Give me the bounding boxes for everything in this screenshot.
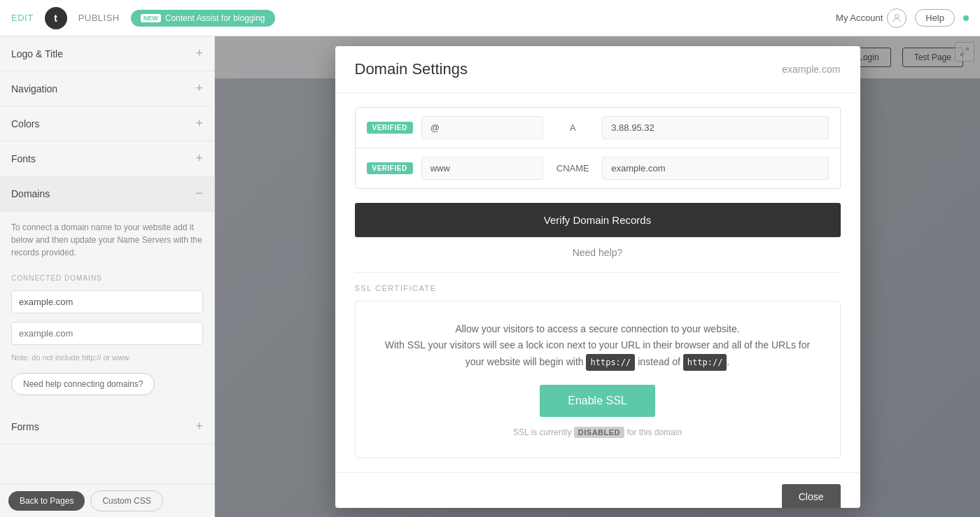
close-button[interactable]: Close [782,484,841,507]
sidebar-item-fonts[interactable]: Fonts + [0,141,214,176]
minus-icon: − [195,186,203,201]
custom-css-button[interactable]: Custom CSS [90,490,162,511]
https-badge: https:// [586,354,635,371]
sidebar-item-label: Fonts [11,153,36,164]
domain-settings-modal: Domain Settings example.com VERIFIED @ A… [335,46,860,508]
svg-point-0 [895,14,899,17]
modal-domain: example.com [782,64,840,75]
plus-icon: + [195,151,203,166]
dns-value-2: example.com [602,157,828,180]
topbar-right: My Account Help [836,8,969,28]
dns-type-1: A [552,122,594,133]
need-help-link[interactable]: Need help? [355,247,841,258]
ssl-description: Allow your visitors to access a secure c… [355,301,841,459]
modal-header: Domain Settings example.com [335,46,860,93]
ssl-status: SSL is currently DISABLED for this domai… [384,427,812,438]
sidebar-item-label: Domains [11,188,50,199]
sidebar-item-label: Navigation [11,83,57,94]
plus-icon: + [195,116,203,131]
http-badge: http:// [683,354,727,371]
sidebar-item-label: Forms [11,421,39,432]
help-connect-button[interactable]: Need help connecting domains? [11,373,155,395]
main-content: ct Contact Client Login Test Page nt. Do… [215,36,980,517]
modal-body: VERIFIED @ A 3.88.95.32 VERIFIED www CNA… [335,93,860,473]
enable-ssl-button[interactable]: Enable SSL [540,385,655,417]
modal-footer: Close [335,472,860,507]
modal-overlay: Domain Settings example.com VERIFIED @ A… [215,36,980,517]
verified-badge-1: VERIFIED [367,122,413,134]
modal-title: Domain Settings [355,60,468,78]
dns-row: VERIFIED www CNAME example.com [356,148,840,188]
my-account-button[interactable]: My Account [836,8,906,28]
connected-domains-label: CONNECTED DOMAINS [0,269,214,288]
content-assist-label: Content Assist for blogging [165,13,265,23]
dns-row: VERIFIED @ A 3.88.95.32 [356,108,840,148]
new-tag: NEW [141,14,161,22]
topbar: EDIT t PUBLISH NEW Content Assist for bl… [0,0,980,36]
ssl-text: Allow your visitors to access a secure c… [384,321,812,371]
dns-value-1: 3.88.95.32 [602,116,828,139]
edit-button[interactable]: EDIT [11,13,34,23]
back-to-pages-button[interactable]: Back to Pages [8,491,85,511]
connected-domain: example.com [11,290,203,313]
dns-host-1: @ [421,116,544,139]
sidebar-description: To connect a domain name to your website… [0,211,214,269]
dns-host-2: www [421,157,544,180]
sidebar-item-logo-title[interactable]: Logo & Title + [0,36,214,71]
sidebar-item-colors[interactable]: Colors + [0,106,214,141]
sidebar-item-domains[interactable]: Domains − [0,176,214,211]
content-assist-badge[interactable]: NEW Content Assist for blogging [131,10,275,27]
topbar-left: EDIT t PUBLISH NEW Content Assist for bl… [11,7,275,29]
dns-table: VERIFIED @ A 3.88.95.32 VERIFIED www CNA… [355,107,841,189]
logo-circle: t [45,7,67,29]
sidebar-item-label: Colors [11,118,39,129]
sidebar-item-navigation[interactable]: Navigation + [0,71,214,106]
dns-type-2: CNAME [552,163,594,173]
ssl-section-label: SSL CERTIFICATE [355,272,841,301]
domain-input[interactable] [11,322,203,345]
sidebar-item-label: Logo & Title [11,48,63,59]
plus-icon: + [195,46,203,61]
plus-icon: + [195,81,203,96]
help-button[interactable]: Help [915,9,955,27]
publish-button[interactable]: PUBLISH [78,13,120,23]
sidebar-item-forms[interactable]: Forms + [0,409,214,444]
status-dot [963,15,969,21]
disabled-badge: DISABLED [574,427,624,438]
account-icon [887,8,906,28]
domain-note: Note: do not include http:// or www. [0,350,214,364]
bottom-bar: Back to Pages Custom CSS [0,483,215,517]
plus-icon: + [195,419,203,434]
sidebar: Logo & Title + Navigation + Colors + Fon… [0,36,215,517]
verified-badge-2: VERIFIED [367,162,413,174]
verify-domain-button[interactable]: Verify Domain Records [355,203,841,237]
